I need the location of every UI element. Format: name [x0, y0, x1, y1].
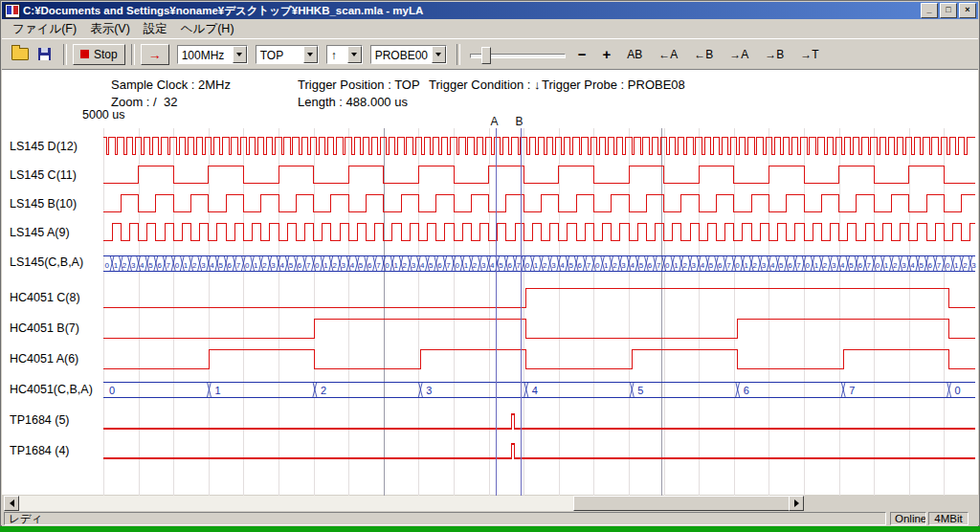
- dropdown-arrow-button[interactable]: [303, 46, 318, 63]
- chevron-down-icon: [435, 53, 441, 56]
- status-ready: レディ: [4, 512, 886, 525]
- maximize-button[interactable]: □: [940, 3, 957, 18]
- dropdown-arrow-button[interactable]: [347, 46, 362, 63]
- channel-label: LS145 B(10): [10, 197, 101, 211]
- probe-value: PROBE00: [371, 46, 432, 63]
- toolbar: Stop → 100MHz TOP ↑ PROBE00 − + AB ←A: [2, 38, 978, 70]
- trigger-position-value: TOP: [256, 46, 303, 63]
- trigger-position-select[interactable]: TOP: [256, 45, 319, 64]
- scroll-right-button[interactable]: [789, 496, 804, 511]
- goto-cursor-b-left-button[interactable]: ←B: [690, 46, 717, 63]
- goto-cursor-b-right-button[interactable]: →B: [761, 46, 788, 63]
- save-button[interactable]: [33, 45, 55, 64]
- channel-label: HC4051 C(8): [10, 291, 101, 304]
- scrollbar-thumb[interactable]: [573, 496, 790, 511]
- horizontal-scrollbar[interactable]: [4, 496, 804, 511]
- window-title: C:¥Documents and Settings¥noname¥デスクトップ¥…: [23, 4, 917, 18]
- open-button[interactable]: [10, 45, 31, 64]
- scroll-left-icon: [10, 499, 14, 507]
- dropdown-arrow-button[interactable]: [432, 46, 446, 63]
- status-online: Online: [890, 512, 926, 525]
- run-button[interactable]: →: [141, 44, 169, 65]
- app-icon: [5, 4, 20, 18]
- zoom-slider[interactable]: [470, 44, 566, 65]
- scroll-left-button[interactable]: [4, 496, 19, 511]
- statusbar: レディ Online 4MBit: [2, 512, 978, 526]
- goto-cursor-a-right-button[interactable]: →A: [725, 46, 752, 63]
- open-folder-icon: [11, 48, 29, 60]
- cursor-ab-button[interactable]: AB: [623, 46, 646, 63]
- menu-help[interactable]: ヘルプ(H): [174, 19, 241, 39]
- channel-label: HC4051 A(6): [10, 352, 101, 366]
- clock-rate-select[interactable]: 100MHz: [177, 45, 248, 64]
- trigger-edge-value: ↑: [327, 46, 347, 63]
- stop-button[interactable]: Stop: [73, 44, 125, 65]
- zoom-out-button[interactable]: −: [574, 44, 590, 64]
- channel-label: HC4051 B(7): [10, 321, 101, 335]
- titlebar[interactable]: C:¥Documents and Settings¥noname¥デスクトップ¥…: [2, 2, 978, 19]
- zoom-slider-thumb[interactable]: [481, 47, 491, 64]
- menubar: ファイル(F) 表示(V) 設定 ヘルプ(H): [2, 19, 978, 38]
- trigger-edge-select[interactable]: ↑: [326, 45, 363, 64]
- scroll-right-icon: [794, 499, 799, 507]
- goto-cursor-a-left-button[interactable]: ←A: [655, 46, 681, 63]
- chevron-down-icon: [307, 53, 313, 56]
- channel-label: HC4051(C,B,A): [10, 383, 101, 396]
- length-info: Length : 488.000 us: [298, 95, 408, 109]
- channel-label: LS145 C(11): [10, 168, 101, 182]
- status-memory: 4MBit: [928, 512, 969, 525]
- stop-label: Stop: [94, 48, 118, 61]
- chevron-down-icon: [351, 53, 357, 56]
- trigger-position-info: Trigger Position : TOP: [298, 78, 420, 92]
- trigger-probe-info: Trigger Probe : PROBE08: [542, 78, 685, 92]
- clock-rate-value: 100MHz: [178, 46, 233, 63]
- goto-trigger-button[interactable]: →T: [796, 46, 822, 63]
- channel-label: LS145 D(12): [10, 140, 101, 153]
- probe-select[interactable]: PROBE00: [370, 45, 447, 64]
- channel-label: LS145 A(9): [10, 226, 101, 239]
- zoom-in-button[interactable]: +: [598, 44, 614, 64]
- channel-label: LS145(C,B,A): [10, 255, 101, 269]
- timebase-label: 5000 us: [82, 108, 124, 122]
- toolbar-separator: [457, 44, 460, 65]
- minimize-button[interactable]: _: [921, 3, 938, 18]
- stop-icon: [80, 50, 89, 58]
- menu-view[interactable]: 表示(V): [83, 19, 137, 39]
- menu-file[interactable]: ファイル(F): [6, 19, 83, 39]
- run-arrow-icon: →: [148, 47, 162, 62]
- desktop-background: [0, 526, 980, 532]
- dropdown-arrow-button[interactable]: [233, 46, 247, 63]
- app-window: C:¥Documents and Settings¥noname¥デスクトップ¥…: [0, 0, 980, 526]
- sample-clock-info: Sample Clock : 2MHz: [111, 78, 231, 92]
- waveform-area-background: [2, 70, 978, 495]
- toolbar-separator: [131, 44, 135, 65]
- menu-settings[interactable]: 設定: [137, 19, 174, 39]
- zoom-info: Zoom : / 32: [111, 95, 177, 109]
- close-button[interactable]: ×: [959, 3, 976, 18]
- trigger-condition-info: Trigger Condition : ↓: [429, 78, 541, 92]
- toolbar-separator: [63, 44, 67, 65]
- chevron-down-icon: [236, 53, 242, 56]
- channel-label: TP1684 (5): [10, 413, 101, 427]
- channel-label: TP1684 (4): [10, 444, 101, 457]
- save-floppy-icon: [38, 48, 51, 60]
